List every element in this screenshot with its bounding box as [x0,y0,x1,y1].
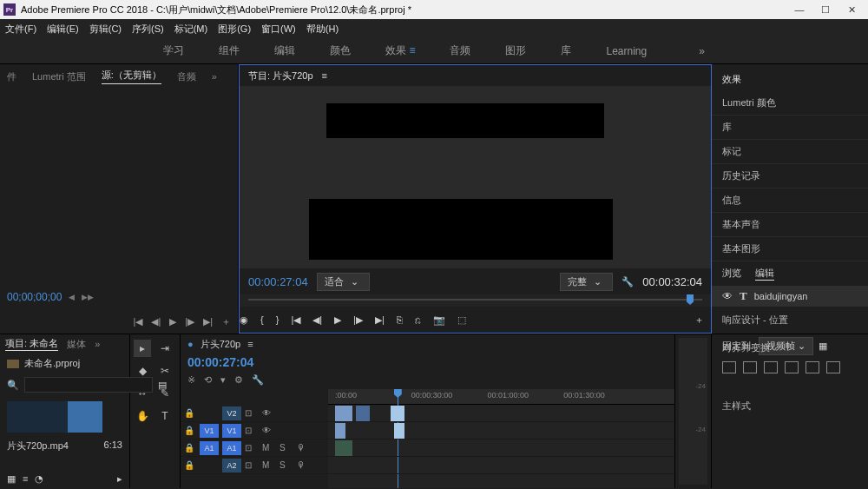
source-tab-effects-controls[interactable]: 件 [7,70,16,83]
graphics-layer-row[interactable]: 👁 T baidujingyan [712,286,868,307]
track-header-v1[interactable]: 🔒 V1 V1 ⊡ 👁 [181,422,328,439]
menu-marker[interactable]: 标记(M) [174,23,208,36]
timeline-clip[interactable] [394,423,404,439]
freeform-icon[interactable]: ◔ [35,473,43,485]
source-step-fwd-icon[interactable]: ▶▶ [82,293,94,301]
marker-icon[interactable]: ◉ [240,314,248,326]
panel-item-essential-graphics[interactable]: 基本图形 [712,237,868,261]
program-tab[interactable]: 节目: 片头720p [248,69,313,83]
graphics-tab-browse[interactable]: 浏览 [722,267,741,281]
workspace-effects[interactable]: 效果 ≡ [385,43,415,58]
timeline-tracks[interactable]: :00:0000:00:30:0000:01:00:0000:01:30:00 [328,389,674,488]
source-step-back-btn[interactable]: ◀| [151,316,161,327]
maximize-button[interactable]: ☐ [812,1,838,18]
source-step-fwd-btn[interactable]: |▶ [185,316,194,327]
project-bin-name[interactable]: 未命名.prproj [24,357,80,370]
timeline-clip[interactable] [391,406,404,421]
align-left-icon[interactable] [722,361,736,373]
lock-icon[interactable]: 🔒 [184,443,196,453]
layer-name[interactable]: baidujingyan [754,291,808,301]
mute-icon[interactable]: M [262,443,276,453]
track-label[interactable]: V1 [222,424,241,438]
project-clip-thumbnail[interactable] [7,401,102,433]
goto-in-icon[interactable]: |◀ [291,314,300,326]
source-goto-out-icon[interactable]: ▶| [203,316,213,327]
source-timecode[interactable]: 00;00;00;00 [7,291,62,303]
icon-view-icon[interactable]: ≡ [23,473,28,485]
lock-icon[interactable]: 🔒 [184,408,196,418]
workspace-overflow-icon[interactable]: » [699,45,705,57]
media-tab[interactable]: 媒体 [67,338,86,351]
type-tool-icon[interactable]: T [156,407,174,425]
timeline-ruler[interactable]: :00:0000:00:30:0000:01:00:0000:01:30:00 [328,389,674,405]
workspace-graphics[interactable]: 图形 [505,43,526,58]
track-label[interactable]: A1 [222,441,241,455]
program-fit-select[interactable]: 适合⌄ [317,273,370,291]
source-goto-in-icon[interactable]: |◀ [134,316,143,327]
eye-icon[interactable]: 👁 [722,290,733,302]
list-view-icon[interactable]: ▦ [7,473,16,485]
solo-icon[interactable]: S [279,460,293,470]
button-editor-icon[interactable]: ＋ [694,314,704,327]
source-tab-audio[interactable]: 音频 [177,70,196,83]
minimize-button[interactable]: — [786,1,812,18]
workspace-assembly[interactable]: 组件 [219,43,240,58]
compare-icon[interactable]: ⬚ [457,314,466,326]
solo-icon[interactable]: S [279,443,293,453]
panel-item-info[interactable]: 信息 [712,188,868,213]
step-fwd-icon[interactable]: |▶ [353,314,363,326]
voiceover-icon[interactable]: 🎙 [297,460,311,470]
program-quality-select[interactable]: 完整⌄ [560,273,613,291]
source-tab-source[interactable]: 源:（无剪辑） [102,69,161,84]
source-overflow-icon[interactable]: » [212,71,217,82]
track-header-v2[interactable]: 🔒 V2 ⊡ 👁 [181,405,328,422]
track-select-tool-icon[interactable]: ⇥ [156,340,174,357]
program-timecode[interactable]: 00:00:27:04 [248,275,308,288]
link-icon[interactable]: ⟲ [204,374,212,386]
align-hcenter-icon[interactable] [743,361,757,373]
track-output-icon[interactable]: ⊡ [245,443,259,453]
project-clip-name[interactable]: 片头720p.mp4 [7,439,69,453]
workspace-learning[interactable]: Learning [606,45,647,57]
program-playhead[interactable] [687,294,694,305]
play-icon[interactable]: ▶ [334,314,341,326]
settings-icon[interactable]: ⚙ [234,374,243,386]
workspace-library[interactable]: 库 [561,43,571,58]
source-tab-lumetri-scopes[interactable]: Lumetri 范围 [32,70,86,83]
voiceover-icon[interactable]: 🎙 [297,443,311,453]
eye-icon[interactable]: 👁 [262,408,276,418]
program-preview[interactable] [240,86,711,268]
menu-file[interactable]: 文件(F) [5,23,36,36]
timeline-timecode[interactable]: 00:00:27:04 [181,354,674,371]
track-label[interactable]: V2 [222,406,241,420]
align-right-icon[interactable] [764,361,778,373]
menu-window[interactable]: 窗口(W) [261,23,296,36]
workspace-audio[interactable]: 音频 [450,43,470,58]
wrench2-icon[interactable]: 🔧 [252,374,264,386]
timeline-clip[interactable] [335,440,352,456]
track-output-icon[interactable]: ⊡ [245,408,259,418]
source-step-back-icon[interactable]: ◀ [69,293,75,301]
workspace-editing[interactable]: 编辑 [274,43,295,58]
align-bottom-icon[interactable] [826,361,840,373]
lock-icon[interactable]: 🔒 [184,460,196,470]
track-header-a2[interactable]: 🔒 A2 ⊡ M S 🎙 [181,457,328,474]
panel-item-markers[interactable]: 标记 [712,140,868,164]
effects-panel-header[interactable]: 效果 [712,68,868,91]
project-tab[interactable]: 项目: 未命名 [5,337,58,351]
eye-icon[interactable]: 👁 [262,426,276,435]
ripple-tool-icon[interactable]: ◆ [134,362,151,380]
snap-icon[interactable]: ※ [187,374,195,386]
step-back-icon[interactable]: ◀| [312,314,322,326]
source-add-btn[interactable]: ＋ [221,315,231,328]
menu-sequence[interactable]: 序列(S) [132,23,164,36]
workspace-learn[interactable]: 学习 [163,43,184,58]
align-top-icon[interactable] [785,361,799,373]
track-header-a1[interactable]: 🔒 A1 A1 ⊡ M S 🎙 [181,439,328,457]
close-button[interactable]: ✕ [838,1,865,18]
wrench-icon[interactable]: 🔧 [621,276,634,287]
align-vcenter-icon[interactable] [806,361,819,373]
timeline-sequence-name[interactable]: 片头720p [201,338,240,351]
graphics-tab-edit[interactable]: 编辑 [755,267,774,281]
project-overflow-icon[interactable]: » [95,339,100,349]
